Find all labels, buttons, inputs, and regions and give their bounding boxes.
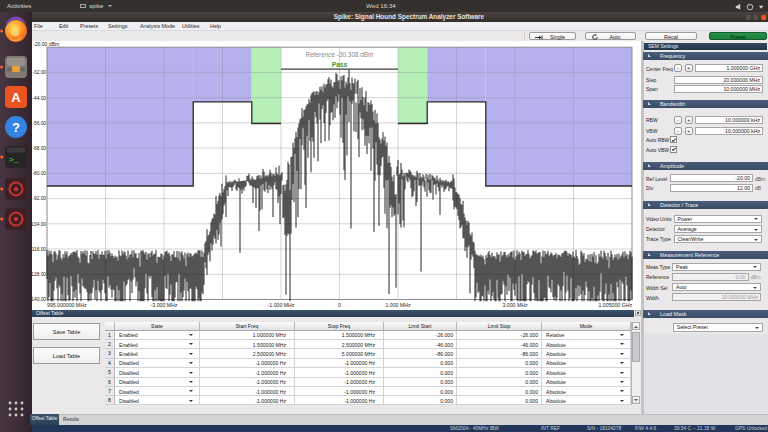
svg-text:-92.00: -92.00 — [32, 196, 46, 201]
svg-text:A: A — [11, 90, 21, 105]
svg-text:3.000 MHz: 3.000 MHz — [502, 302, 527, 308]
svg-text:995.000000 MHz: 995.000000 MHz — [47, 302, 87, 308]
svg-text:1.000 MHz: 1.000 MHz — [385, 302, 410, 308]
svg-text:>_: >_ — [9, 155, 19, 164]
svg-text:-116.00: -116.00 — [32, 247, 46, 252]
svg-text:-44.00: -44.00 — [32, 96, 46, 101]
svg-text:-20.00 dBm: -20.00 dBm — [33, 41, 59, 47]
svg-text:Pass: Pass — [332, 61, 348, 68]
svg-text:-140.00: -140.00 — [32, 297, 46, 302]
svg-text:-32.00: -32.00 — [32, 70, 46, 75]
svg-text:-128.00: -128.00 — [32, 272, 46, 277]
svg-text:?: ? — [12, 120, 20, 135]
svg-text:-56.00: -56.00 — [32, 121, 46, 126]
svg-text:0: 0 — [338, 302, 341, 308]
svg-text:-80.00: -80.00 — [32, 171, 46, 176]
svg-text:1.005000 GHz: 1.005000 GHz — [599, 302, 633, 308]
svg-text:Reference -30.308 dBm: Reference -30.308 dBm — [306, 51, 374, 58]
svg-text:-104.00: -104.00 — [32, 222, 46, 227]
svg-text:-68.00: -68.00 — [32, 146, 46, 151]
svg-text:-1.000 MHz: -1.000 MHz — [268, 302, 295, 308]
svg-text:-3.000 MHz: -3.000 MHz — [151, 302, 178, 308]
